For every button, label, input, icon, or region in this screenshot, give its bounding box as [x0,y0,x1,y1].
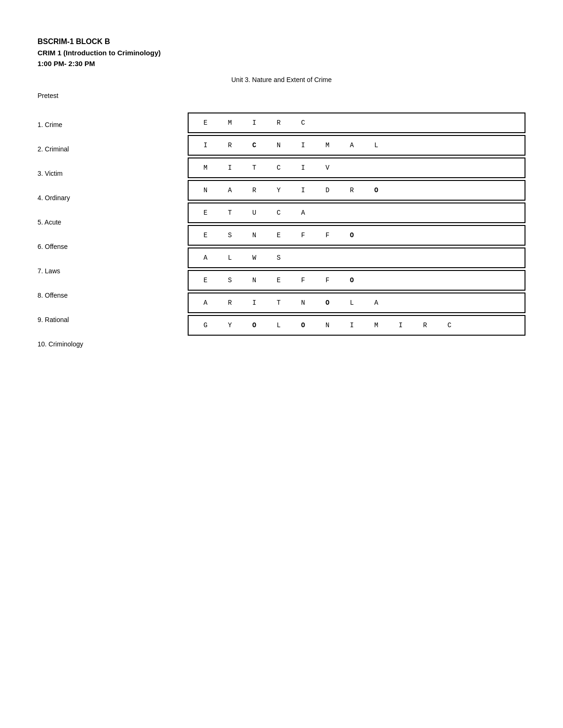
scramble-cell: L [340,299,364,307]
scramble-cell: R [218,142,242,149]
main-content: 1. Crime2. Criminal3. Victim4. Ordinary5… [38,113,525,356]
scramble-cell: C [437,322,462,329]
scramble-cell: F [315,277,340,284]
scramble-cell: A [364,299,388,307]
scramble-cell: R [242,187,266,194]
list-item: 8. Offense [38,283,169,308]
scramble-box: MITCIV [188,158,525,178]
scramble-box: GYOLONIMIRC [188,315,525,336]
scramble-cell: G [193,322,218,329]
scramble-cell: N [193,187,218,194]
scramble-cell: T [266,299,291,307]
scramble-cell: A [340,142,364,149]
scramble-cell: I [218,164,242,172]
scramble-cell: Y [218,322,242,329]
pretest-label: Pretest [38,92,525,99]
items-list: 1. Crime2. Criminal3. Victim4. Ordinary5… [38,113,169,356]
scramble-box: ETUCA [188,203,525,223]
scramble-cell: I [242,119,266,127]
list-item: 7. Laws [38,259,169,283]
scramble-cell: O [291,322,315,329]
scramble-cell: C [242,142,266,149]
scramble-box: ESNEFFO [188,225,525,246]
scramble-cell: S [218,232,242,239]
scramble-box: EMIRC [188,113,525,133]
scramble-cell: M [218,119,242,127]
scramble-cell: E [266,232,291,239]
list-item: 1. Crime [38,113,169,137]
scramble-cell: R [413,322,437,329]
list-item: 10. Criminology [38,332,169,356]
scramble-cell: R [218,299,242,307]
list-item: 9. Rational [38,308,169,332]
scrambles-list: EMIRCIRCNIMALMITCIVNARYIDROETUCAESNEFFOA… [188,113,525,356]
scramble-cell: A [218,187,242,194]
scramble-cell: N [242,277,266,284]
scramble-cell: D [315,187,340,194]
scramble-cell: M [315,142,340,149]
scramble-cell: R [340,187,364,194]
scramble-box: NARYIDRO [188,180,525,201]
scramble-cell: S [266,254,291,262]
list-item: 5. Acute [38,210,169,234]
scramble-cell: T [218,209,242,217]
scramble-cell: I [388,322,413,329]
scramble-cell: A [193,254,218,262]
scramble-cell: L [218,254,242,262]
scramble-cell: I [193,142,218,149]
scramble-cell: N [315,322,340,329]
scramble-cell: A [193,299,218,307]
scramble-cell: I [291,142,315,149]
scramble-cell: N [242,232,266,239]
scramble-cell: E [193,277,218,284]
scramble-cell: O [340,232,364,239]
scramble-cell: R [266,119,291,127]
scramble-box: ARITNOLA [188,293,525,313]
scramble-cell: L [364,142,388,149]
course-title: CRIM 1 (Introduction to Criminology) [38,49,525,57]
scramble-cell: C [266,164,291,172]
scramble-cell: U [242,209,266,217]
scramble-cell: O [242,322,266,329]
scramble-cell: N [291,299,315,307]
list-item: 6. Offense [38,234,169,259]
scramble-cell: N [266,142,291,149]
scramble-cell: I [291,164,315,172]
class-time: 1:00 PM- 2:30 PM [38,60,525,68]
scramble-cell: W [242,254,266,262]
scramble-box: ALWS [188,248,525,268]
scramble-cell: M [364,322,388,329]
list-item: 2. Criminal [38,137,169,161]
list-item: 3. Victim [38,161,169,186]
scramble-cell: O [315,299,340,307]
scramble-box: IRCNIMAL [188,135,525,156]
scramble-cell: E [193,232,218,239]
scramble-box: ESNEFFO [188,270,525,291]
list-item: 4. Ordinary [38,186,169,210]
scramble-cell: F [291,277,315,284]
scramble-cell: E [266,277,291,284]
scramble-cell: T [242,164,266,172]
scramble-cell: V [315,164,340,172]
scramble-cell: I [340,322,364,329]
scramble-cell: F [291,232,315,239]
scramble-cell: M [193,164,218,172]
scramble-cell: L [266,322,291,329]
scramble-cell: I [291,187,315,194]
scramble-cell: A [291,209,315,217]
scramble-cell: E [193,119,218,127]
scramble-cell: I [242,299,266,307]
block-title: BSCRIM-1 BLOCK B [38,38,525,46]
scramble-cell: O [364,187,388,194]
scramble-cell: S [218,277,242,284]
unit-title: Unit 3. Nature and Extent of Crime [38,76,525,83]
scramble-cell: F [315,232,340,239]
scramble-cell: C [266,209,291,217]
scramble-cell: O [340,277,364,284]
scramble-cell: E [193,209,218,217]
scramble-cell: Y [266,187,291,194]
scramble-cell: C [291,119,315,127]
